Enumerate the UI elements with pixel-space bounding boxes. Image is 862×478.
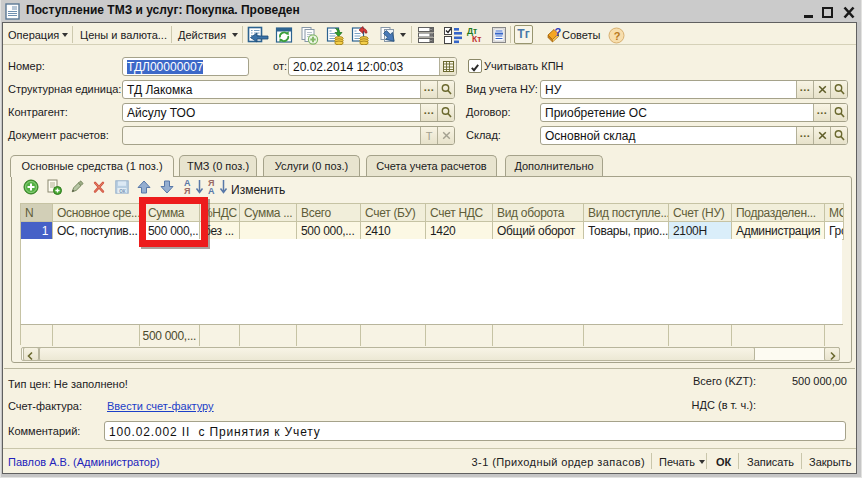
svg-text:?: ? [555,26,562,38]
svg-text:ОК: ОК [119,189,126,194]
svg-text:?: ? [614,30,621,42]
